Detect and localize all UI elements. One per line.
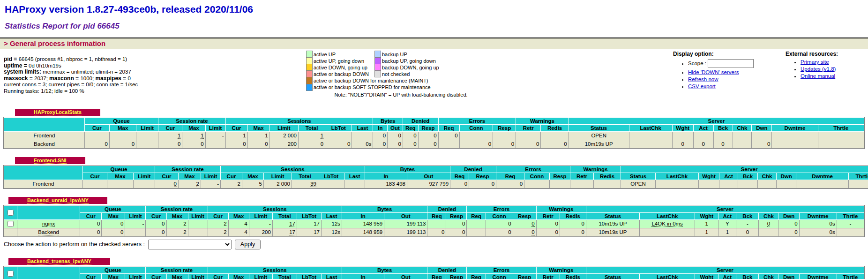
column-header-warnings-redis: Redis — [541, 124, 569, 131]
action-select[interactable] — [148, 240, 232, 249]
legend-label: backup DOWN, going up — [381, 64, 444, 71]
table-cell: 1 — [182, 131, 205, 140]
cell-value: 148 959 — [363, 229, 383, 235]
table-cell: 0 — [513, 219, 536, 228]
table-row-frontend: Frontend02-252 00039183 498927 799000OPE… — [4, 180, 868, 188]
column-header-server-lastchk: LastChk — [629, 124, 672, 131]
cell-value: 2 000 — [277, 181, 290, 187]
name-column-header — [4, 166, 83, 180]
column-header-sessions-lbtot: LbTot — [318, 173, 344, 180]
column-header-server-wght: Wght — [695, 212, 718, 219]
cell-value: - — [217, 181, 219, 187]
column-header-queue-limit: Limit — [125, 212, 146, 219]
cell-value: 0 — [488, 141, 491, 147]
column-header-server-lastchk: LastChk — [640, 212, 695, 219]
cell-value: 0 — [520, 181, 523, 187]
cell-value: 0 — [794, 221, 797, 226]
column-header-server-chk: Chk — [759, 212, 778, 219]
process-info-line: Running tasks: 1/12; idle = 100 % — [4, 88, 306, 95]
cell-value: 0 — [508, 229, 511, 235]
link-item-csv-export: CSV export — [688, 83, 786, 89]
cell-value: 12s — [332, 221, 341, 226]
proxy-section-backend-unraid-ipvany: Backend_unraid_ipvANYQueueSession rateSe… — [4, 196, 864, 249]
column-group-errors: Errors — [467, 266, 536, 273]
cell-value: 0 — [105, 141, 108, 147]
cell-value: 183 498 — [386, 181, 405, 187]
cell-value: 1 — [178, 133, 180, 139]
table-cell: 0 — [158, 140, 182, 148]
cell-value: 2 — [224, 229, 226, 235]
cell-value: 0 — [767, 221, 770, 227]
cell-value: 0 — [97, 221, 100, 226]
process-info-text: system limits: — [4, 68, 41, 75]
table-cell: 0 — [388, 131, 403, 140]
scope-item: Scope : — [688, 59, 786, 68]
table-cell: 0s — [352, 140, 373, 148]
haproxy-version-link[interactable]: HAProxy version 1.8.27-493ce0b, released… — [5, 4, 253, 15]
legend-swatch-backup-down-going-up — [374, 64, 381, 71]
link-updates-v1-8[interactable]: Updates (v1.8) — [801, 66, 836, 72]
column-group-session-rate: Session rate — [155, 166, 221, 173]
apply-button[interactable]: Apply — [235, 240, 261, 249]
column-header-queue-cur: Cur — [84, 124, 109, 131]
table-cell: 2 — [208, 219, 228, 228]
column-group-bytes: Bytes — [373, 117, 403, 124]
column-group-server: Server — [569, 117, 864, 124]
cell-value: 927 799 — [429, 181, 449, 187]
server-checkbox[interactable] — [7, 221, 14, 227]
table-cell: 0s — [799, 219, 837, 228]
cell-value: Y — [726, 221, 729, 226]
table-cell: 39 — [292, 180, 318, 188]
link-csv-export[interactable]: CSV export — [688, 83, 716, 89]
table-cell: 0 — [693, 140, 713, 148]
column-header-bytes-out: Out — [407, 173, 450, 180]
legend-label: active or backup DOWN — [313, 71, 375, 77]
process-info-text: 2037; — [34, 75, 49, 81]
link-refresh-now[interactable]: Refresh now — [688, 76, 718, 82]
column-header-server-thrtle: Thrtle — [837, 212, 864, 219]
link-primary-site[interactable]: Primary site — [801, 59, 829, 65]
select-all-checkbox[interactable] — [7, 210, 14, 216]
column-header-queue-cur: Cur — [80, 273, 102, 279]
stats-table-frontend-sni: QueueSession rateSessionsBytesDeniedErro… — [4, 166, 868, 189]
cell-value: 0 — [162, 221, 165, 226]
column-header-server-dwntme: Dwntme — [796, 173, 849, 180]
cell-value: 0 — [555, 229, 558, 235]
column-group-bytes: Bytes — [365, 166, 450, 173]
cell-value: 1 — [705, 229, 708, 235]
cell-value: 0 — [455, 133, 457, 138]
column-header-session-rate-max: Max — [166, 273, 188, 279]
process-info: pid = 66645 (process #1, nbproc = 1, nbt… — [4, 50, 306, 94]
column-group-warnings: Warnings — [570, 166, 621, 173]
table-cell — [325, 131, 352, 140]
table-cell — [777, 180, 796, 188]
column-header-server-act: Act — [718, 273, 736, 279]
column-header-server-thrtle: Thrtle — [849, 173, 868, 180]
column-header-sessions-max: Max — [228, 273, 249, 279]
column-header-server-dwn: Dwn — [778, 273, 799, 279]
scope-input[interactable] — [708, 59, 754, 68]
cell-value: 148 959 — [363, 221, 383, 226]
column-header-server-lastchk: LastChk — [656, 173, 699, 180]
table-cell: 148 959 — [342, 228, 384, 236]
column-header-denied-req: Req — [450, 173, 469, 180]
table-cell — [188, 228, 208, 236]
row-name-label: Frontend — [33, 133, 55, 138]
select-all-checkbox[interactable] — [7, 271, 14, 277]
cell-value: 1 — [321, 133, 323, 139]
column-header-session-rate-limit: Limit — [188, 212, 208, 219]
table-cell — [467, 228, 486, 236]
cell-value: 0 — [721, 141, 724, 147]
link-hide-down-servers[interactable]: Hide 'DOWN' servers — [688, 69, 739, 75]
cell-value: 0 — [531, 221, 534, 227]
table-cell: 0 — [560, 228, 586, 236]
row-name: Frontend — [4, 131, 85, 140]
column-header-session-rate-cur: Cur — [146, 212, 166, 219]
column-group-denied: Denied — [403, 117, 438, 124]
cell-value: 0 — [531, 229, 534, 235]
table-cell: L4OK in 0ms — [640, 219, 695, 228]
link-online-manual[interactable]: Online manual — [801, 73, 835, 79]
column-header-server-dwn: Dwn — [752, 124, 772, 131]
cell-value: 0s — [830, 221, 835, 226]
table-cell — [752, 131, 772, 140]
